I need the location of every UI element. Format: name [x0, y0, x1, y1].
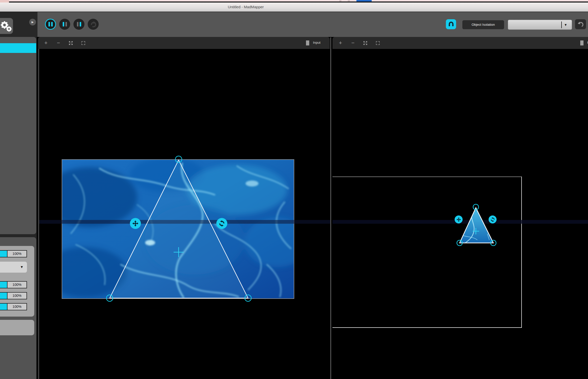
play-icon: ▶ [31, 20, 33, 23]
pause-output-button[interactable] [73, 19, 84, 30]
pause-input-button[interactable] [59, 19, 70, 30]
blue-value[interactable]: 100% [7, 303, 27, 310]
selected-media-row[interactable] [0, 43, 36, 53]
opacity-slider[interactable] [0, 250, 7, 257]
move-handle[interactable] [455, 215, 463, 223]
color-slider-row: 100% [0, 303, 30, 310]
red-value[interactable]: 100% [7, 281, 27, 288]
empty-card [0, 320, 34, 335]
preview-panel-header: + − Pre [332, 37, 588, 49]
zoom-in-icon[interactable]: + [337, 37, 343, 49]
opacity-slider-row: 100% [0, 250, 30, 257]
window-title: Untitled - MadMapper [228, 5, 264, 9]
fit-view-icon[interactable] [67, 37, 74, 49]
move-handle[interactable] [130, 218, 141, 229]
main-toolbar: ▶ Object Isolation [0, 12, 588, 37]
opacity-value[interactable]: 100% [7, 250, 27, 257]
preset-combo-input[interactable] [510, 21, 560, 28]
preset-combobox[interactable]: ▼ [508, 20, 572, 30]
move-icon [456, 217, 461, 222]
triangle-surface[interactable] [110, 160, 248, 298]
zoom-in-icon[interactable]: + [43, 37, 49, 49]
text-cursor [561, 21, 562, 28]
object-isolation-button[interactable]: Object Isolation [462, 20, 504, 29]
blend-mode-dropdown[interactable]: ▼ [0, 262, 27, 273]
green-value[interactable]: 100% [7, 292, 27, 299]
left-sidebar: 100% ▼ 100% 100% 100% [0, 37, 37, 379]
undo-button[interactable] [575, 19, 586, 29]
color-slider-row: 100% [0, 292, 30, 299]
preview-surface-overlay [332, 49, 588, 379]
green-slider[interactable] [0, 292, 7, 299]
fit-view-icon[interactable] [362, 37, 368, 49]
object-isolation-label: Object Isolation [472, 23, 495, 26]
redo-button[interactable] [88, 19, 99, 30]
zoom-out-icon[interactable]: − [55, 37, 61, 49]
selection-frame-icon[interactable] [80, 37, 86, 49]
snap-magnet-icon [448, 21, 454, 27]
color-slider-row: 100% [0, 281, 30, 288]
madmapper-window: Untitled - MadMapper [0, 0, 588, 379]
surface-swatch [580, 40, 584, 45]
rotate-handle[interactable] [489, 215, 497, 223]
triangle-surface-preview[interactable] [459, 206, 495, 244]
input-panel-label: Input [313, 41, 320, 44]
pause-all-button[interactable] [45, 19, 56, 30]
rotate-icon [490, 217, 495, 222]
panel-divider[interactable] [330, 37, 331, 379]
chevron-down-icon[interactable]: ▼ [564, 23, 567, 27]
pause-icon [48, 22, 50, 26]
input-panel-header: + − Input [38, 37, 330, 49]
zoom-out-icon[interactable]: − [350, 37, 356, 49]
opacity-card: 100% ▼ [0, 246, 34, 283]
rotate-icon [219, 220, 225, 227]
chevron-down-icon: ▼ [20, 265, 23, 269]
color-card: 100% 100% 100% [0, 278, 34, 317]
pause-icon [63, 22, 64, 26]
undo-arrow-icon [577, 21, 584, 27]
titlebar[interactable]: Untitled - MadMapper [0, 2, 588, 12]
move-icon [132, 220, 139, 227]
blue-slider[interactable] [0, 303, 7, 310]
play-button[interactable]: ▶ [29, 19, 36, 25]
redo-arrow-icon [89, 20, 97, 28]
properties-panel: 100% ▼ 100% 100% 100% [0, 237, 36, 379]
toolbar-left-section: ▶ [0, 12, 37, 37]
media-list-panel[interactable] [0, 37, 36, 234]
strip-notch [0, 0, 9, 2]
surface-selection-overlay [39, 49, 330, 379]
settings-gears-icon [0, 18, 13, 34]
pause-icon [77, 22, 78, 26]
settings-button[interactable] [0, 18, 13, 34]
red-slider[interactable] [0, 281, 7, 288]
snap-toggle-button[interactable] [446, 19, 456, 29]
surface-swatch [306, 40, 309, 45]
preview-canvas[interactable] [332, 49, 588, 379]
rotate-handle[interactable] [216, 218, 227, 229]
selection-frame-icon[interactable] [374, 37, 381, 49]
input-canvas[interactable] [38, 49, 330, 379]
